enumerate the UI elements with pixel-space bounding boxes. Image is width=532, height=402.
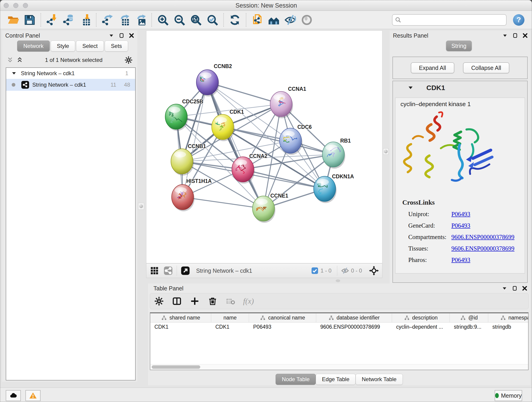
network-node-HIST1H1A[interactable]: HIST1H1A [172, 178, 212, 211]
table-row[interactable]: CDK1CDK1P064939606.ENSP00000378699cyclin… [150, 322, 528, 331]
panel-menu-icon[interactable] [501, 285, 507, 291]
hide-selected-icon[interactable] [284, 13, 297, 27]
export-network-icon[interactable] [101, 13, 114, 27]
gene-header-row[interactable]: CDK1 [393, 81, 527, 95]
network-collection-row[interactable]: String Network – cdk1 1 [6, 68, 135, 79]
crosslink-link[interactable]: P06493 [451, 211, 470, 217]
table-cell[interactable]: P06493 [249, 322, 316, 331]
cloud-icon [9, 392, 17, 400]
zoom-fit-icon[interactable] [189, 13, 203, 27]
network-node-CCNB1[interactable]: CCNB1 [171, 143, 206, 176]
zoom-out-icon[interactable] [173, 13, 186, 27]
collection-expand-icon[interactable] [11, 70, 17, 76]
table-cell[interactable]: stringdb:9... [450, 322, 488, 331]
hscroll-thumb[interactable] [152, 365, 200, 369]
tab-node-table[interactable]: Node Table [276, 374, 316, 385]
network-row[interactable]: String Network – cdk1 11 48 [6, 79, 135, 91]
import-network-database-icon[interactable] [62, 13, 75, 27]
float-panel-icon[interactable] [512, 285, 518, 291]
network-node-CDKN1A[interactable]: CDKN1A [314, 173, 354, 203]
warnings-button[interactable] [25, 390, 41, 401]
memory-button[interactable]: Memory [495, 390, 522, 401]
export-image-icon[interactable] [134, 13, 147, 27]
expand-all-icon[interactable] [16, 57, 23, 64]
tab-style[interactable]: Style [51, 41, 75, 51]
split-panel-icon[interactable] [172, 296, 182, 306]
import-network-file-icon[interactable] [45, 13, 59, 27]
tab-edge-table[interactable]: Edge Table [316, 374, 355, 385]
zoom-selected-icon[interactable] [206, 13, 219, 27]
panel-menu-icon[interactable] [108, 32, 114, 38]
float-panel-icon[interactable] [119, 32, 124, 38]
table-cell[interactable]: 9606.ENSP00000378699 [316, 322, 392, 331]
fit-selected-move-icon[interactable] [369, 266, 379, 276]
network-graph[interactable]: CCNB2CCNA1CDC25BCDK1CDC6RB1CCNB1CCNA2CDK… [146, 31, 382, 263]
collapse-entry-icon[interactable] [408, 85, 413, 91]
delete-column-icon[interactable] [207, 296, 218, 306]
table-header-row: shared namenamecanonical namedatabase id… [150, 313, 528, 322]
network-canvas[interactable]: CCNB2CCNA1CDC25BCDK1CDC6RB1CCNB1CCNA2CDK… [146, 31, 382, 263]
right-splitter-handle[interactable] [383, 148, 389, 155]
open-in-new-window-icon[interactable] [181, 266, 190, 275]
birds-eye-view-icon[interactable] [150, 266, 159, 275]
first-neighbors-icon[interactable] [267, 13, 280, 27]
crosslink-link[interactable]: P06493 [451, 222, 470, 229]
bottom-splitter-handle[interactable] [336, 279, 340, 282]
tab-sets[interactable]: Sets [105, 41, 128, 51]
tab-select[interactable]: Select [76, 41, 104, 51]
column-header-database-identifier[interactable]: database identifier [316, 313, 392, 322]
column-header-canonical-name[interactable]: canonical name [249, 313, 316, 322]
table-cell[interactable]: stringdb [488, 322, 529, 331]
title-bar[interactable]: Session: New Session [0, 0, 532, 11]
network-node-CCNA1[interactable]: CCNA1 [270, 86, 306, 118]
apply-layout-icon[interactable] [228, 13, 241, 27]
left-splitter-handle[interactable] [138, 203, 144, 210]
import-table-file-icon[interactable] [78, 13, 92, 27]
help-button[interactable]: ? [513, 14, 525, 26]
string-view-icon[interactable] [163, 266, 173, 275]
network-node-RB1[interactable]: RB1 [322, 138, 351, 169]
column-header-description[interactable]: description [392, 313, 450, 322]
save-session-icon[interactable] [23, 13, 36, 27]
column-header--id[interactable]: @id [450, 313, 488, 322]
table-hscrollbar[interactable] [150, 364, 528, 370]
crosslink-link[interactable]: 9606.ENSP00000378699 [451, 234, 514, 240]
table-cell[interactable]: cyclin–dependent ... [392, 322, 450, 331]
node-label-CDC6: CDC6 [298, 124, 312, 130]
node-table[interactable]: shared namenamecanonical namedatabase id… [150, 313, 529, 370]
export-table-icon[interactable] [117, 13, 131, 27]
selected-checkbox-icon[interactable] [311, 267, 319, 274]
toolbar-separator [96, 13, 96, 27]
tab-network[interactable]: Network [17, 41, 50, 51]
show-all-icon[interactable] [300, 13, 313, 27]
column-header-name[interactable]: name [211, 313, 249, 322]
column-header-namespace[interactable]: namespace [488, 313, 529, 322]
close-panel-icon[interactable] [522, 285, 528, 291]
create-column-icon[interactable] [190, 296, 200, 306]
cloud-status-button[interactable] [6, 390, 21, 401]
network-state-dot [12, 83, 15, 87]
search-input[interactable] [392, 14, 507, 26]
tab-network-table[interactable]: Network Table [355, 374, 403, 385]
float-panel-icon[interactable] [512, 32, 518, 38]
table-cell[interactable]: CDK1 [211, 322, 249, 331]
network-tree: String Network – cdk1 1 String Network –… [6, 67, 136, 380]
crosslink-link[interactable]: 9606.ENSP00000378699 [451, 245, 514, 252]
crosslink-link[interactable]: P06493 [451, 256, 470, 263]
gear-icon[interactable] [124, 56, 133, 64]
collapse-all-button[interactable]: Collapse All [463, 62, 510, 73]
network-node-CDC6[interactable]: CDC6 [279, 124, 312, 155]
tab-string[interactable]: String [446, 41, 472, 51]
network-node-CCNB2[interactable]: CCNB2 [196, 63, 232, 96]
column-header-shared-name[interactable]: shared name [150, 313, 211, 322]
close-panel-icon[interactable] [522, 32, 528, 38]
collapse-all-icon[interactable] [7, 57, 13, 64]
zoom-in-icon[interactable] [156, 13, 170, 27]
clone-network-icon[interactable] [251, 13, 264, 27]
panel-menu-icon[interactable] [502, 32, 508, 38]
close-panel-icon[interactable] [128, 32, 134, 38]
open-session-icon[interactable] [6, 13, 20, 27]
table-gear-icon[interactable] [154, 296, 164, 306]
expand-all-button[interactable]: Expand All [411, 62, 454, 73]
table-cell[interactable]: CDK1 [150, 322, 211, 331]
